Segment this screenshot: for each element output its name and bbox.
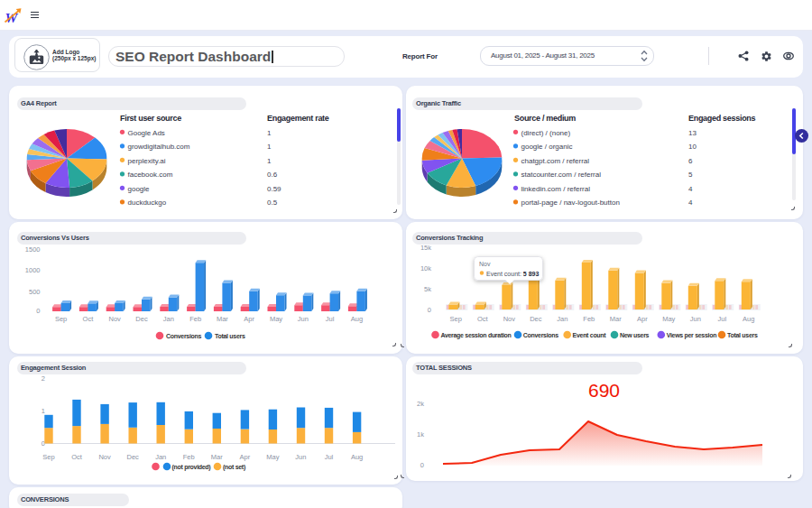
svg-text:(direct) / (none): (direct) / (none) xyxy=(521,129,571,137)
svg-text:google: google xyxy=(128,185,151,193)
svg-text:Mar: Mar xyxy=(211,453,223,461)
svg-text:0.5: 0.5 xyxy=(267,199,278,207)
svg-text:duckduckgo: duckduckgo xyxy=(128,199,167,207)
svg-text:Oct: Oct xyxy=(477,315,489,323)
svg-text:Jun: Jun xyxy=(295,453,306,461)
svg-text:Event count: Event count xyxy=(573,332,607,338)
svg-text:New users: New users xyxy=(620,332,650,338)
svg-text:0: 0 xyxy=(420,461,424,469)
svg-text:Jun: Jun xyxy=(690,315,701,323)
svg-text:May: May xyxy=(270,315,282,323)
svg-text:(not provided): (not provided) xyxy=(172,464,211,471)
svg-text:Oct: Oct xyxy=(71,453,83,461)
svg-text:4: 4 xyxy=(688,185,693,193)
svg-text:1: 1 xyxy=(267,143,272,151)
svg-text:Total users: Total users xyxy=(727,332,758,338)
svg-text:4: 4 xyxy=(688,199,693,207)
svg-text:Sep: Sep xyxy=(450,315,462,323)
svg-text:Nov: Nov xyxy=(503,315,516,323)
svg-text:Dec: Dec xyxy=(127,453,140,461)
svg-text:Event count: 5 893: Event count: 5 893 xyxy=(486,271,539,277)
svg-text:Jun: Jun xyxy=(298,315,309,323)
svg-text:Feb: Feb xyxy=(189,315,201,323)
svg-text:perplexity.ai: perplexity.ai xyxy=(128,157,166,165)
svg-text:Jul: Jul xyxy=(326,315,335,323)
svg-text:Dec: Dec xyxy=(530,315,542,323)
svg-text:Oct: Oct xyxy=(83,315,95,323)
svg-text:growdigitalhub.com: growdigitalhub.com xyxy=(128,143,190,151)
svg-text:0: 0 xyxy=(428,306,431,314)
svg-text:5: 5 xyxy=(688,171,693,179)
svg-text:Jul: Jul xyxy=(718,315,727,323)
svg-text:Engaged sessions: Engaged sessions xyxy=(688,114,756,123)
svg-text:2k: 2k xyxy=(417,400,424,408)
svg-text:chatgpt.com / referral: chatgpt.com / referral xyxy=(521,157,590,165)
svg-text:Jan: Jan xyxy=(155,453,166,461)
svg-text:(not set): (not set) xyxy=(223,464,245,471)
svg-text:Mar: Mar xyxy=(217,315,228,323)
svg-text:Jan: Jan xyxy=(163,315,174,323)
svg-text:500: 500 xyxy=(29,288,41,296)
svg-text:Sep: Sep xyxy=(55,315,67,323)
svg-text:Nov: Nov xyxy=(109,315,122,323)
svg-text:0.59: 0.59 xyxy=(267,185,281,193)
svg-text:portal-page / nav-logout-butto: portal-page / nav-logout-button xyxy=(521,199,620,207)
svg-text:Sep: Sep xyxy=(42,453,54,461)
svg-text:13: 13 xyxy=(688,129,697,137)
svg-text:0: 0 xyxy=(36,307,40,315)
svg-text:Conversions: Conversions xyxy=(523,332,559,338)
svg-text:linkedin.com / referral: linkedin.com / referral xyxy=(521,185,591,193)
svg-text:Source / medium: Source / medium xyxy=(514,114,576,123)
svg-text:15k: 15k xyxy=(420,244,431,252)
svg-text:Apr: Apr xyxy=(244,315,254,323)
svg-text:Total users: Total users xyxy=(215,333,245,339)
svg-text:Conversions: Conversions xyxy=(166,333,202,339)
svg-text:6: 6 xyxy=(688,157,693,165)
svg-text:1000: 1000 xyxy=(25,266,41,274)
svg-text:5k: 5k xyxy=(424,285,431,293)
svg-text:10: 10 xyxy=(688,143,697,151)
svg-text:Jul: Jul xyxy=(325,453,334,461)
svg-text:statcounter.com / referral: statcounter.com / referral xyxy=(521,171,602,179)
svg-text:Feb: Feb xyxy=(183,453,195,461)
svg-text:Nov: Nov xyxy=(98,453,111,461)
svg-text:Average session duration: Average session duration xyxy=(440,332,511,339)
svg-text:1: 1 xyxy=(267,129,272,137)
svg-text:1: 1 xyxy=(42,407,45,415)
svg-text:Views per session: Views per session xyxy=(667,332,716,339)
svg-text:Apr: Apr xyxy=(637,315,648,323)
svg-text:May: May xyxy=(266,453,279,461)
svg-text:First user source: First user source xyxy=(120,114,181,123)
svg-text:Feb: Feb xyxy=(583,315,595,323)
svg-text:1k: 1k xyxy=(417,430,424,439)
svg-text:May: May xyxy=(662,315,675,323)
svg-text:1500: 1500 xyxy=(25,245,41,254)
svg-text:Apr: Apr xyxy=(240,453,251,461)
svg-text:Nov: Nov xyxy=(479,261,491,267)
svg-text:Engagement rate: Engagement rate xyxy=(267,114,329,123)
svg-text:Google Ads: Google Ads xyxy=(128,129,165,137)
svg-text:Aug: Aug xyxy=(351,315,363,323)
svg-text:2: 2 xyxy=(42,374,45,383)
svg-text:google / organic: google / organic xyxy=(521,143,573,151)
svg-text:Dec: Dec xyxy=(135,315,148,323)
svg-text:1: 1 xyxy=(267,157,272,165)
svg-text:10k: 10k xyxy=(420,264,431,272)
svg-text:facebook.com: facebook.com xyxy=(128,171,173,179)
svg-text:Aug: Aug xyxy=(351,453,363,461)
svg-text:Jan: Jan xyxy=(557,315,567,323)
svg-text:0.6: 0.6 xyxy=(267,171,278,179)
svg-text:Aug: Aug xyxy=(743,315,754,323)
svg-text:Mar: Mar xyxy=(610,315,622,323)
